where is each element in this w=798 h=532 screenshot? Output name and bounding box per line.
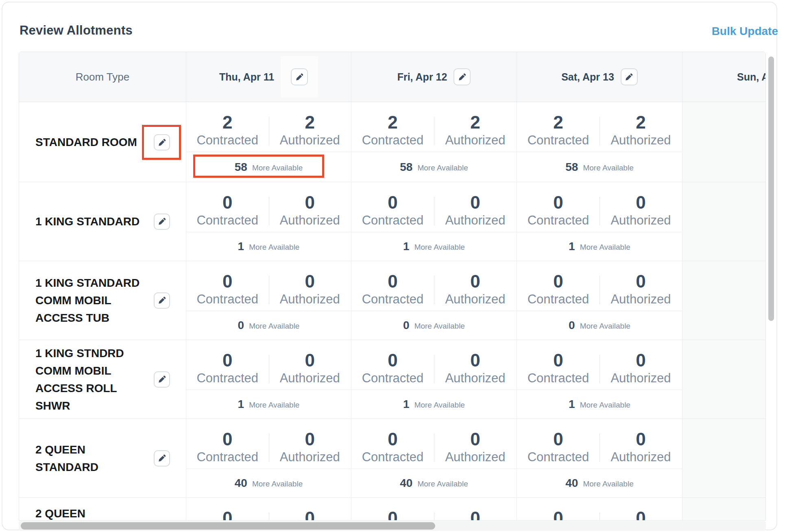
vertical-scrollbar-thumb[interactable] (768, 57, 774, 321)
authorized-value: 2 (305, 113, 315, 132)
day-header-cell-2: Sat, Apr 13 (517, 52, 682, 102)
more-available-row: 0More Available (351, 311, 517, 340)
authorized-label: Authorized (445, 132, 505, 148)
more-available-label: More Available (414, 243, 465, 252)
pencil-icon (158, 217, 166, 226)
edit-date-button[interactable] (454, 68, 471, 85)
half-divider (434, 117, 434, 145)
more-available-value: 40 (235, 477, 247, 490)
authorized-label: Authorized (445, 449, 505, 465)
sun-filler-cell (682, 498, 765, 521)
edit-date-button[interactable] (621, 68, 638, 85)
pencil-icon (158, 296, 166, 305)
contracted-value: 0 (553, 508, 563, 521)
contracted-value: 0 (553, 351, 563, 370)
contracted-half: 0Contracted (351, 430, 434, 469)
allotment-values: 2Contracted2Authorized (186, 102, 351, 152)
contracted-value: 0 (222, 272, 232, 291)
room-type-cell: 1 KING STANDARDCOMM MOBILACCESS TUB (19, 261, 186, 340)
contracted-label: Contracted (528, 370, 589, 386)
contracted-label: Contracted (362, 212, 424, 229)
more-available-label: More Available (249, 322, 299, 331)
allotment-values: 0Contracted0Authorized (186, 182, 351, 232)
allotment-cell: 0Contracted0Authorized40More Available (517, 419, 682, 497)
authorized-half: 0Authorized (434, 193, 517, 232)
room-type-label-line: 1 KING STANDARD (35, 213, 140, 230)
room-type-label-line: ACCESS ROLL SHWR (35, 379, 149, 414)
edit-room-type-button[interactable] (154, 214, 170, 230)
more-available-label: More Available (252, 480, 303, 488)
review-allotments-screen: Review Allotments Bulk Update Room TypeT… (0, 0, 798, 532)
contracted-label: Contracted (528, 449, 589, 465)
sun-filler-cell (682, 102, 765, 182)
edit-room-type-button[interactable] (154, 134, 170, 150)
room-type-label: 2 QUEENSTANDARD (35, 441, 98, 476)
allotment-cell: 0Contracted0AuthorizedMore Available (517, 498, 682, 521)
allotment-cell: 0Contracted0Authorized0More Available (351, 261, 517, 340)
contracted-half: 0Contracted (517, 430, 600, 469)
room-type-cell: 1 KING STNDRDCOMM MOBILACCESS ROLL SHWR (19, 340, 186, 419)
contracted-value: 0 (553, 193, 563, 212)
more-available-label: More Available (583, 480, 633, 488)
half-divider (600, 276, 600, 304)
horizontal-scrollbar-track[interactable] (19, 521, 766, 531)
allotment-cell: 0Contracted0AuthorizedMore Available (186, 498, 351, 521)
room-type-label: STANDARD ROOM (35, 133, 137, 151)
contracted-label: Contracted (362, 449, 424, 465)
authorized-value: 0 (636, 351, 645, 370)
half-divider (600, 117, 600, 145)
room-type-header-cell: Room Type (19, 52, 186, 102)
room-type-label-line: 1 KING STANDARD (35, 274, 140, 292)
room-type-header-label: Room Type (76, 71, 129, 83)
authorized-value: 0 (305, 193, 315, 212)
allotment-cell: 0Contracted0Authorized1More Available (517, 340, 682, 419)
pencil-icon (625, 73, 633, 81)
edit-room-type-button[interactable] (154, 450, 170, 467)
allotment-values: 0Contracted0Authorized (186, 419, 351, 469)
authorized-label: Authorized (610, 291, 671, 307)
more-available-row: 0More Available (186, 311, 351, 340)
horizontal-scrollbar-thumb[interactable] (21, 522, 435, 530)
more-available-label: More Available (580, 243, 630, 252)
room-type-label-line: 1 KING STNDRD (35, 344, 149, 362)
more-available-label: More Available (414, 401, 465, 410)
contracted-half: 0Contracted (186, 430, 269, 469)
contracted-half: 2Contracted (351, 113, 434, 152)
day-header-label: Thu, Apr 11 (219, 71, 274, 83)
authorized-half: 0Authorized (600, 351, 682, 390)
pencil-icon (158, 375, 166, 384)
pencil-icon (295, 73, 304, 81)
more-available-value: 1 (238, 398, 244, 411)
more-available-value: 0 (403, 319, 410, 332)
more-available-value: 1 (569, 240, 575, 253)
contracted-value: 0 (222, 351, 232, 370)
edit-date-button[interactable] (291, 68, 308, 85)
contracted-label: Contracted (362, 132, 424, 148)
edit-room-type-button[interactable] (154, 292, 170, 309)
room-type-cell: 2 QUEENSTANDARD (19, 419, 186, 497)
edit-room-type-button[interactable] (154, 371, 170, 388)
half-divider (269, 197, 269, 225)
sun-filler-cell (682, 261, 765, 340)
allotment-cell: 0Contracted0Authorized1More Available (186, 182, 351, 261)
bulk-update-link[interactable]: Bulk Update (712, 25, 778, 38)
authorized-label: Authorized (610, 212, 671, 229)
half-divider (434, 512, 434, 521)
allotment-cell: 0Contracted0Authorized40More Available (351, 419, 517, 497)
half-divider (600, 434, 600, 462)
more-available-row: 1More Available (517, 232, 682, 261)
allotment-cell: 2Contracted2Authorized58More Available (517, 102, 682, 182)
contracted-value: 0 (222, 193, 232, 212)
room-type-label-line: ACCESS TUB (35, 309, 140, 327)
allotment-values: 0Contracted0Authorized (186, 261, 351, 311)
allotment-values: 0Contracted0Authorized (351, 498, 517, 521)
more-available-row: 1More Available (186, 232, 351, 261)
table-row: 1 KING STANDARD0Contracted0Authorized1Mo… (19, 182, 765, 261)
authorized-value: 0 (305, 430, 315, 449)
contracted-label: Contracted (196, 449, 258, 465)
authorized-value: 0 (305, 508, 315, 521)
contracted-half: 0Contracted (517, 272, 600, 311)
authorized-half: 0Authorized (434, 508, 517, 521)
contracted-label: Contracted (362, 291, 424, 307)
contracted-label: Contracted (196, 212, 258, 229)
